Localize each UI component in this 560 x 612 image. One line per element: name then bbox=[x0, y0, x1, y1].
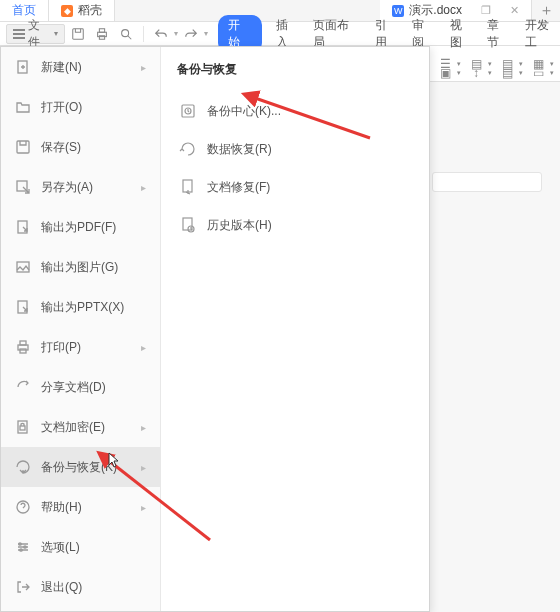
pdf-icon bbox=[15, 219, 31, 235]
menu-save-label: 保存(S) bbox=[41, 139, 146, 156]
menu-help-label: 帮助(H) bbox=[41, 499, 131, 516]
new-icon bbox=[15, 59, 31, 75]
options-icon bbox=[15, 539, 31, 555]
redo-chevron-icon[interactable]: ▾ bbox=[204, 29, 208, 38]
chevron-right-icon: ▸ bbox=[141, 502, 146, 513]
backup-submenu: 备份与恢复 备份中心(K)... 数据恢复(R) 文档修复(F) 历史版本(H) bbox=[161, 47, 429, 611]
submenu-data-recovery-label: 数据恢复(R) bbox=[207, 141, 272, 158]
svg-rect-2 bbox=[100, 28, 105, 32]
menu-export-pdf[interactable]: 输出为PDF(F) bbox=[1, 207, 160, 247]
menu-options-label: 选项(L) bbox=[41, 539, 146, 556]
align-btn-icon[interactable]: ▣ bbox=[436, 64, 454, 82]
menu-encrypt-label: 文档加密(E) bbox=[41, 419, 131, 436]
history-icon bbox=[179, 216, 197, 234]
menu-exit[interactable]: 退出(Q) bbox=[1, 567, 160, 607]
chevron-right-icon: ▸ bbox=[141, 462, 146, 473]
menu-new[interactable]: 新建(N) ▸ bbox=[1, 47, 160, 87]
chevron-right-icon: ▸ bbox=[141, 182, 146, 193]
submenu-header: 备份与恢复 bbox=[177, 61, 413, 78]
fill-icon[interactable]: ▭ bbox=[529, 64, 547, 82]
backup-icon bbox=[15, 459, 31, 475]
menu-open-label: 打开(O) bbox=[41, 99, 146, 116]
submenu-data-recovery[interactable]: 数据恢复(R) bbox=[177, 130, 413, 168]
doc-repair-icon bbox=[179, 178, 197, 196]
chevron-right-icon: ▸ bbox=[141, 62, 146, 73]
tab-shell-label: 稻壳 bbox=[78, 2, 102, 19]
menu-exit-label: 退出(Q) bbox=[41, 579, 146, 596]
tab-shell[interactable]: ◆ 稻壳 bbox=[49, 0, 115, 21]
document-card bbox=[432, 172, 542, 192]
data-recovery-icon bbox=[179, 140, 197, 158]
menu-pptx-label: 输出为PPTX(X) bbox=[41, 299, 146, 316]
share-icon bbox=[15, 379, 31, 395]
saveas-icon bbox=[15, 179, 31, 195]
print-preview-icon[interactable] bbox=[115, 24, 137, 44]
file-menu-panel: 新建(N) ▸ 打开(O) 保存(S) 另存为(A) ▸ 输出为PDF(F) 输… bbox=[0, 46, 430, 612]
chevron-right-icon: ▸ bbox=[141, 422, 146, 433]
undo-chevron-icon[interactable]: ▾ bbox=[174, 29, 178, 38]
menu-share[interactable]: 分享文档(D) bbox=[1, 367, 160, 407]
spacing-icon[interactable]: ↕ bbox=[467, 64, 485, 82]
submenu-backup-center[interactable]: 备份中心(K)... bbox=[177, 92, 413, 130]
exit-icon bbox=[15, 579, 31, 595]
print-icon bbox=[15, 339, 31, 355]
save-menu-icon bbox=[15, 139, 31, 155]
file-menu: 新建(N) ▸ 打开(O) 保存(S) 另存为(A) ▸ 输出为PDF(F) 输… bbox=[1, 47, 161, 611]
file-button[interactable]: 文件 ▾ bbox=[6, 24, 65, 44]
menu-new-label: 新建(N) bbox=[41, 59, 131, 76]
submenu-doc-repair-label: 文档修复(F) bbox=[207, 179, 270, 196]
svg-rect-13 bbox=[20, 349, 26, 353]
menu-print[interactable]: 打印(P) ▸ bbox=[1, 327, 160, 367]
menu-export-image[interactable]: 输出为图片(G) bbox=[1, 247, 160, 287]
hamburger-icon bbox=[13, 29, 25, 39]
lock-icon bbox=[15, 419, 31, 435]
menu-encrypt[interactable]: 文档加密(E) ▸ bbox=[1, 407, 160, 447]
undo-icon[interactable] bbox=[150, 24, 172, 44]
help-icon bbox=[15, 499, 31, 515]
svg-rect-6 bbox=[17, 141, 29, 153]
toolbar: 文件 ▾ ▾ ▾ 开始 插入 页面布局 引用 审阅 视图 章节 开发工 bbox=[0, 22, 560, 46]
menu-options[interactable]: 选项(L) bbox=[1, 527, 160, 567]
image-icon bbox=[15, 259, 31, 275]
submenu-history[interactable]: 历史版本(H) bbox=[177, 206, 413, 244]
svg-rect-0 bbox=[73, 28, 84, 39]
svg-point-4 bbox=[122, 29, 129, 36]
menu-print-label: 打印(P) bbox=[41, 339, 131, 356]
menu-saveas-label: 另存为(A) bbox=[41, 179, 131, 196]
submenu-history-label: 历史版本(H) bbox=[207, 217, 272, 234]
menu-share-label: 分享文档(D) bbox=[41, 379, 146, 396]
submenu-doc-repair[interactable]: 文档修复(F) bbox=[177, 168, 413, 206]
menu-backup-restore[interactable]: 备份与恢复(K) ▸ bbox=[1, 447, 160, 487]
menu-pdf-label: 输出为PDF(F) bbox=[41, 219, 146, 236]
menu-open[interactable]: 打开(O) bbox=[1, 87, 160, 127]
menu-image-label: 输出为图片(G) bbox=[41, 259, 146, 276]
ruler-icon[interactable]: ▤ bbox=[498, 64, 516, 82]
chevron-down-icon: ▾ bbox=[54, 29, 58, 38]
document-area bbox=[430, 82, 560, 612]
menu-help[interactable]: 帮助(H) ▸ bbox=[1, 487, 160, 527]
open-icon bbox=[15, 99, 31, 115]
chevron-right-icon: ▸ bbox=[141, 342, 146, 353]
submenu-backup-center-label: 备份中心(K)... bbox=[207, 103, 281, 120]
save-icon[interactable] bbox=[67, 24, 89, 44]
svg-rect-12 bbox=[20, 341, 26, 345]
redo-icon[interactable] bbox=[180, 24, 202, 44]
svg-rect-15 bbox=[20, 426, 25, 430]
menu-backup-label: 备份与恢复(K) bbox=[41, 459, 131, 476]
shell-icon: ◆ bbox=[61, 5, 73, 17]
print-quick-icon[interactable] bbox=[91, 24, 113, 44]
pptx-icon bbox=[15, 299, 31, 315]
menu-save-as[interactable]: 另存为(A) ▸ bbox=[1, 167, 160, 207]
backup-center-icon bbox=[179, 102, 197, 120]
menu-save[interactable]: 保存(S) bbox=[1, 127, 160, 167]
ribbon-toolstrip-row2: ▣▾ ↕▾ ▤▾ ▭▾ bbox=[430, 64, 560, 82]
menu-export-pptx[interactable]: 输出为PPTX(X) bbox=[1, 287, 160, 327]
